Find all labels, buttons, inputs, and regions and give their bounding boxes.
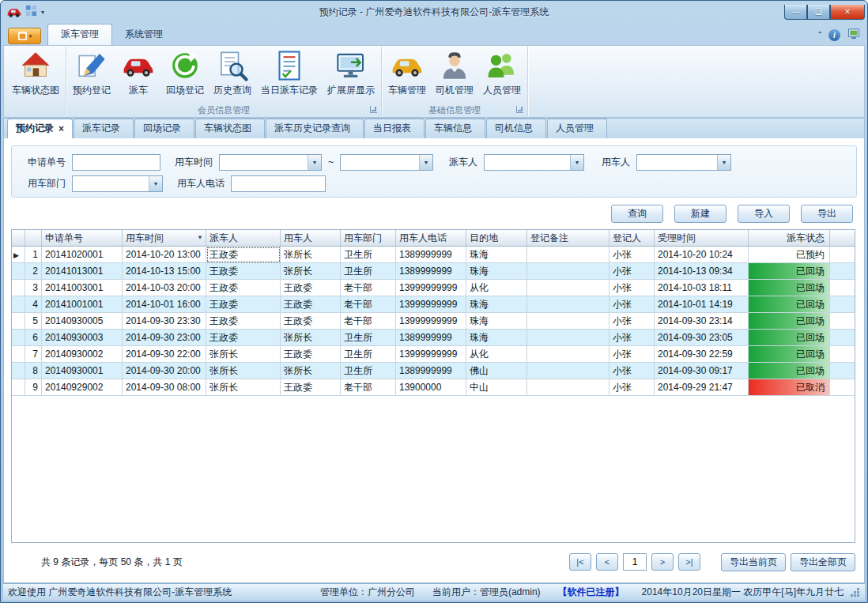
cell-dept[interactable]: 卫生所 bbox=[341, 363, 396, 379]
column-header-dept[interactable]: 用车部门 bbox=[341, 230, 396, 247]
cell-phone[interactable]: 13999999999 bbox=[396, 296, 466, 313]
cell-use-time[interactable]: 2014-09-30 20:00 bbox=[123, 363, 206, 379]
cell-destination[interactable]: 珠海 bbox=[466, 313, 527, 330]
cell-user[interactable]: 张所长 bbox=[281, 263, 341, 280]
cell-registrar[interactable]: 小张 bbox=[609, 346, 655, 363]
document-tab[interactable]: 回场记录 bbox=[134, 119, 194, 138]
cell-destination[interactable]: 珠海 bbox=[466, 247, 527, 263]
cell-order-no[interactable]: 20140930003 bbox=[42, 330, 123, 346]
cell-phone[interactable]: 13999999999 bbox=[396, 280, 466, 296]
page-number-input[interactable] bbox=[623, 553, 647, 571]
cell-destination[interactable]: 从化 bbox=[466, 346, 527, 363]
cell-user[interactable]: 王政委 bbox=[281, 379, 341, 396]
cell-user[interactable]: 王政委 bbox=[281, 280, 341, 296]
export-current-page-button[interactable]: 导出当前页 bbox=[721, 553, 786, 571]
cell-dept[interactable]: 卫生所 bbox=[341, 263, 396, 280]
last-page-button[interactable]: >| bbox=[678, 553, 700, 571]
cell-order-no[interactable]: 20140929002 bbox=[42, 379, 123, 396]
column-header-registrar[interactable]: 登记人 bbox=[609, 230, 655, 247]
cell-accept-time[interactable]: 2014-09-30 09:17 bbox=[655, 363, 749, 379]
cell-order-no[interactable]: 20140930002 bbox=[42, 346, 123, 363]
cell-dispatcher[interactable]: 王政委 bbox=[206, 296, 281, 313]
cell-destination[interactable]: 中山 bbox=[466, 379, 527, 396]
cell-registrar[interactable]: 小张 bbox=[609, 263, 655, 280]
skin-icon[interactable] bbox=[847, 28, 860, 42]
layout-grid-icon[interactable] bbox=[25, 5, 37, 19]
import-button[interactable]: 导入 bbox=[738, 205, 790, 223]
cell-use-time[interactable]: 2014-09-30 23:00 bbox=[123, 330, 206, 346]
cell-phone[interactable]: 1389999999 bbox=[396, 363, 466, 379]
status-badge[interactable]: 已回场 bbox=[749, 363, 830, 379]
status-badge[interactable]: 已回场 bbox=[749, 330, 830, 346]
table-row[interactable]: 9 20140929002 2014-09-30 08:00 张所长 王政委 老… bbox=[12, 379, 855, 396]
cell-phone[interactable]: 1389999999 bbox=[396, 330, 466, 346]
export-all-pages-button[interactable]: 导出全部页 bbox=[791, 553, 855, 571]
cell-accept-time[interactable]: 2014-10-13 09:34 bbox=[655, 263, 749, 280]
collapse-ribbon-icon[interactable]: ˆ bbox=[818, 30, 821, 40]
prev-page-button[interactable]: < bbox=[596, 553, 618, 571]
cell-phone[interactable]: 1389999999 bbox=[396, 263, 466, 280]
cell-use-time[interactable]: 2014-10-20 13:00 bbox=[123, 247, 206, 263]
ribbon-button-vehicle-status-map[interactable]: 车辆状态图 bbox=[7, 48, 64, 104]
cell-accept-time[interactable]: 2014-10-03 18:11 bbox=[655, 280, 749, 296]
cell-registrar[interactable]: 小张 bbox=[609, 247, 655, 263]
document-tab[interactable]: 派车历史记录查询 bbox=[266, 119, 364, 138]
cell-registrar[interactable]: 小张 bbox=[609, 313, 655, 330]
sort-desc-icon[interactable]: ▼ bbox=[197, 230, 203, 246]
cell-dept[interactable]: 卫生所 bbox=[341, 247, 396, 263]
cell-dept[interactable]: 老干部 bbox=[341, 296, 396, 313]
cell-accept-time[interactable]: 2014-09-29 21:47 bbox=[655, 379, 749, 396]
column-header-use-time[interactable]: 用车时间▼ bbox=[123, 230, 206, 247]
cell-remark[interactable] bbox=[527, 313, 609, 330]
cell-accept-time[interactable]: 2014-09-30 22:59 bbox=[655, 346, 749, 363]
first-page-button[interactable]: |< bbox=[569, 553, 591, 571]
cell-dept[interactable]: 卫生所 bbox=[341, 330, 396, 346]
cell-registrar[interactable]: 小张 bbox=[609, 296, 655, 313]
application-menu-button[interactable]: ▾ bbox=[8, 28, 41, 44]
export-button[interactable]: 导出 bbox=[801, 205, 853, 223]
cell-destination[interactable]: 珠海 bbox=[466, 263, 527, 280]
cell-order-no[interactable]: 20140930005 bbox=[42, 313, 123, 330]
cell-remark[interactable] bbox=[527, 296, 609, 313]
cell-accept-time[interactable]: 2014-09-30 23:05 bbox=[655, 330, 749, 346]
close-tab-icon[interactable]: × bbox=[58, 125, 64, 133]
table-row[interactable]: 6 20140930003 2014-09-30 23:00 王政委 张所长 卫… bbox=[12, 330, 855, 346]
ribbon-tab-system[interactable]: 系统管理 bbox=[112, 24, 175, 45]
use-time-to-select[interactable]: ▼ bbox=[340, 154, 433, 171]
cell-registrar[interactable]: 小张 bbox=[609, 280, 655, 296]
ribbon-button-staff-manage[interactable]: 人员管理 bbox=[478, 48, 526, 104]
qat-dropdown-icon[interactable]: ▾ bbox=[39, 9, 47, 16]
close-button[interactable]: × bbox=[830, 5, 865, 20]
ribbon-button-reservation-register[interactable]: 预约登记 bbox=[68, 48, 115, 104]
cell-destination[interactable]: 从化 bbox=[466, 280, 527, 296]
status-badge[interactable]: 已回场 bbox=[749, 296, 830, 313]
cell-dispatcher[interactable]: 王政委 bbox=[206, 263, 281, 280]
query-button[interactable]: 查询 bbox=[611, 205, 663, 223]
column-header-accept-time[interactable]: 受理时间 bbox=[655, 230, 749, 247]
column-header-remark[interactable]: 登记备注 bbox=[527, 230, 609, 247]
ribbon-button-daily-dispatch-record[interactable]: 当日派车记录 bbox=[256, 48, 323, 104]
cell-dept[interactable]: 卫生所 bbox=[341, 346, 396, 363]
document-tab[interactable]: 预约记录× bbox=[7, 119, 73, 138]
ribbon-button-history-query[interactable]: 历史查询 bbox=[209, 48, 256, 104]
next-page-button[interactable]: > bbox=[651, 553, 674, 571]
document-tab[interactable]: 人员管理 bbox=[547, 119, 607, 138]
table-row[interactable]: 5 20140930005 2014-09-30 23:30 王政委 王政委 老… bbox=[12, 313, 855, 330]
status-badge[interactable]: 已预约 bbox=[749, 247, 830, 263]
cell-registrar[interactable]: 小张 bbox=[609, 330, 655, 346]
cell-order-no[interactable]: 20141001001 bbox=[42, 296, 123, 313]
cell-dispatcher[interactable]: 王政委 bbox=[206, 280, 281, 296]
maximize-button[interactable]: ❑ bbox=[807, 5, 830, 20]
document-tab[interactable]: 车辆状态图 bbox=[195, 119, 265, 138]
document-tab[interactable]: 司机信息 bbox=[486, 119, 546, 138]
cell-order-no[interactable]: 20141013001 bbox=[42, 263, 123, 280]
cell-dispatcher[interactable]: 王政委 bbox=[206, 313, 281, 330]
cell-phone[interactable]: 13900000 bbox=[396, 379, 466, 396]
ribbon-button-dispatch[interactable]: 派车 bbox=[115, 48, 161, 104]
cell-user[interactable]: 张所长 bbox=[281, 247, 341, 263]
cell-use-time[interactable]: 2014-10-13 15:00 bbox=[123, 263, 206, 280]
status-badge[interactable]: 已回场 bbox=[749, 313, 830, 330]
title-bar[interactable]: ▾ 预约记录 - 广州爱奇迪软件科技有限公司-派车管理系统 — ❑ × bbox=[3, 1, 865, 23]
cell-accept-time[interactable]: 2014-10-01 14:19 bbox=[655, 296, 749, 313]
cell-dept[interactable]: 老干部 bbox=[341, 313, 396, 330]
